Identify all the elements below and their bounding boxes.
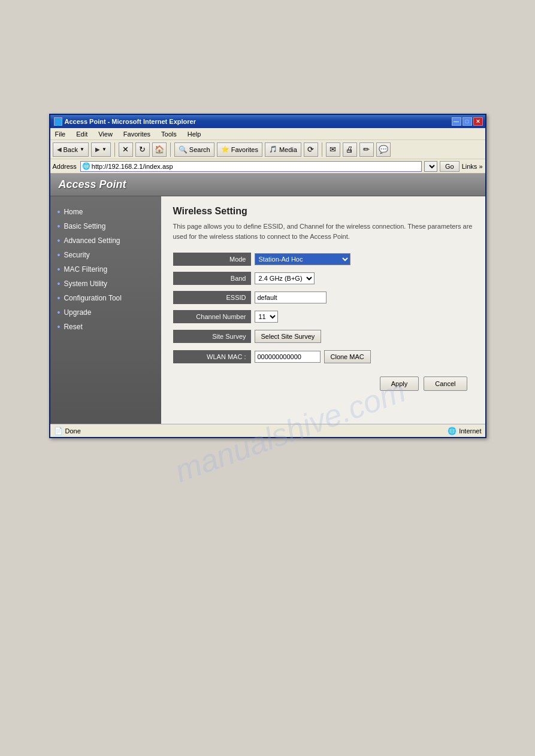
toolbar-separator-2 (170, 142, 171, 157)
mode-row: Mode Station-Ad Hoc Access Point Ad Hoc … (173, 252, 473, 266)
toolbar-separator-1 (114, 142, 115, 157)
favorites-button[interactable]: ⭐ Favorites (217, 142, 262, 157)
refresh-button[interactable]: ↻ (135, 142, 150, 157)
sidebar-item-home[interactable]: • Home (50, 205, 161, 219)
browser-window: 🌐 Access Point - Microsoft Internet Expl… (49, 114, 486, 438)
print-button[interactable]: 🖨 (343, 142, 357, 157)
back-button[interactable]: ◀ Back ▼ (53, 142, 89, 157)
internet-icon: 🌐 (448, 427, 457, 435)
edit-button[interactable]: ✏ (359, 142, 374, 157)
sidebar-item-mac-filtering[interactable]: • MAC Filtering (50, 262, 161, 277)
sidebar-label-config: Configuration Tool (64, 294, 122, 302)
cancel-button[interactable]: Cancel (424, 377, 467, 391)
title-bar: 🌐 Access Point - Microsoft Internet Expl… (50, 115, 485, 128)
select-site-survey-button[interactable]: Select Site Survey (255, 330, 322, 343)
mode-select[interactable]: Station-Ad Hoc Access Point Ad Hoc Stati… (255, 253, 350, 265)
sidebar-item-reset[interactable]: • Reset (50, 320, 161, 334)
zone-text: Internet (459, 427, 481, 435)
address-input[interactable] (92, 163, 420, 170)
browser-title: Access Point - Microsoft Internet Explor… (65, 118, 196, 125)
sidebar-label-home: Home (64, 208, 83, 216)
search-button[interactable]: 🔍 Search (174, 142, 214, 157)
search-icon: 🔍 (179, 145, 188, 154)
sidebar-item-configuration-tool[interactable]: • Configuration Tool (50, 291, 161, 305)
site-survey-control: Select Site Survey (251, 329, 325, 344)
back-dropdown-icon: ▼ (80, 147, 84, 152)
menu-edit[interactable]: Edit (74, 130, 90, 138)
bullet-icon-config: • (58, 294, 61, 302)
mail-button[interactable]: ✉ (326, 142, 340, 157)
sidebar-item-upgrade[interactable]: • Upgrade (50, 305, 161, 320)
sidebar: • Home • Basic Setting • Advanced Settin… (50, 196, 161, 424)
content-area: Wireless Setting This page allows you to… (161, 196, 485, 424)
stop-button[interactable]: ✕ (119, 142, 133, 157)
essid-input[interactable] (255, 292, 327, 303)
wlan-mac-input[interactable] (255, 351, 321, 363)
home-button[interactable]: 🏠 (152, 142, 167, 157)
favorites-icon: ⭐ (221, 145, 229, 153)
apply-button[interactable]: Apply (380, 377, 419, 391)
wlan-mac-label: WLAN MAC : (173, 350, 251, 363)
status-right: 🌐 Internet (448, 427, 481, 435)
clone-mac-button[interactable]: Clone MAC (324, 350, 371, 363)
site-survey-label: Site Survey (173, 330, 251, 343)
window-controls: — □ ✕ (452, 117, 483, 126)
go-button[interactable]: Go (440, 161, 460, 172)
wlan-mac-control: Clone MAC (251, 349, 374, 365)
minimize-button[interactable]: — (452, 117, 461, 126)
media-icon: 🎵 (269, 145, 277, 153)
menu-favorites[interactable]: Favorites (121, 130, 153, 138)
site-survey-row: Site Survey Select Site Survey (173, 329, 473, 344)
menu-bar: File Edit View Favorites Tools Help (50, 128, 485, 140)
address-bar: Address 🌐 Go Links » (50, 159, 485, 174)
essid-row: ESSID (173, 290, 473, 305)
sidebar-label-basic: Basic Setting (64, 222, 105, 230)
sidebar-label-advanced: Advanced Setting (64, 236, 120, 245)
history-button[interactable]: ⟳ (304, 142, 318, 157)
media-label: Media (279, 146, 297, 153)
sidebar-item-advanced-setting[interactable]: • Advanced Setting (50, 233, 161, 248)
discuss-button[interactable]: 💬 (376, 142, 391, 157)
menu-tools[interactable]: Tools (159, 130, 179, 138)
essid-label: ESSID (173, 291, 251, 304)
menu-file[interactable]: File (53, 130, 68, 138)
address-label: Address (53, 163, 77, 170)
sidebar-item-basic-setting[interactable]: • Basic Setting (50, 219, 161, 233)
bullet-icon-mac: • (58, 265, 61, 274)
sidebar-item-system-utility[interactable]: • System Utility (50, 277, 161, 291)
header-banner: Access Point (50, 174, 485, 196)
bullet-icon-advanced: • (58, 236, 61, 245)
menu-view[interactable]: View (96, 130, 115, 138)
sidebar-label-system: System Utility (64, 280, 107, 288)
bullet-icon-reset: • (58, 323, 61, 331)
menu-help[interactable]: Help (185, 130, 204, 138)
close-button[interactable]: ✕ (473, 117, 483, 126)
page-description: This page allows you to define ESSID, an… (173, 221, 473, 241)
sidebar-label-upgrade: Upgrade (64, 308, 91, 317)
sidebar-item-security[interactable]: • Security (50, 248, 161, 262)
wlan-mac-row: WLAN MAC : Clone MAC (173, 349, 473, 365)
band-select[interactable]: 2.4 GHz (B+G) 2.4 GHz (B) 2.4 GHz (G) (255, 272, 315, 284)
status-left: 📄 Done (54, 427, 81, 435)
media-button[interactable]: 🎵 Media (265, 142, 301, 157)
channel-row: Channel Number 1234 5678 91011 1213 (173, 309, 473, 324)
title-bar-left: 🌐 Access Point - Microsoft Internet Expl… (54, 117, 196, 126)
bullet-icon-home: • (58, 208, 61, 216)
forward-dropdown-icon: ▼ (102, 147, 107, 152)
page-icon: 🌐 (82, 162, 90, 170)
bullet-icon-security: • (58, 251, 61, 259)
sidebar-label-reset: Reset (64, 323, 82, 331)
toolbar: ◀ Back ▼ ▶ ▼ ✕ ↻ 🏠 🔍 Search ⭐ (50, 140, 485, 159)
address-dropdown[interactable] (424, 161, 437, 172)
search-label: Search (189, 146, 210, 153)
back-label: Back (64, 146, 78, 153)
bullet-icon-system: • (58, 280, 61, 288)
band-control: 2.4 GHz (B+G) 2.4 GHz (B) 2.4 GHz (G) (251, 271, 318, 286)
channel-select[interactable]: 1234 5678 91011 1213 (255, 311, 278, 323)
main-area: • Home • Basic Setting • Advanced Settin… (50, 196, 485, 424)
channel-control: 1234 5678 91011 1213 (251, 309, 282, 324)
sidebar-label-security: Security (64, 251, 89, 259)
links-button[interactable]: Links » (462, 163, 483, 170)
forward-button[interactable]: ▶ ▼ (91, 142, 111, 157)
maximize-button[interactable]: □ (463, 117, 472, 126)
